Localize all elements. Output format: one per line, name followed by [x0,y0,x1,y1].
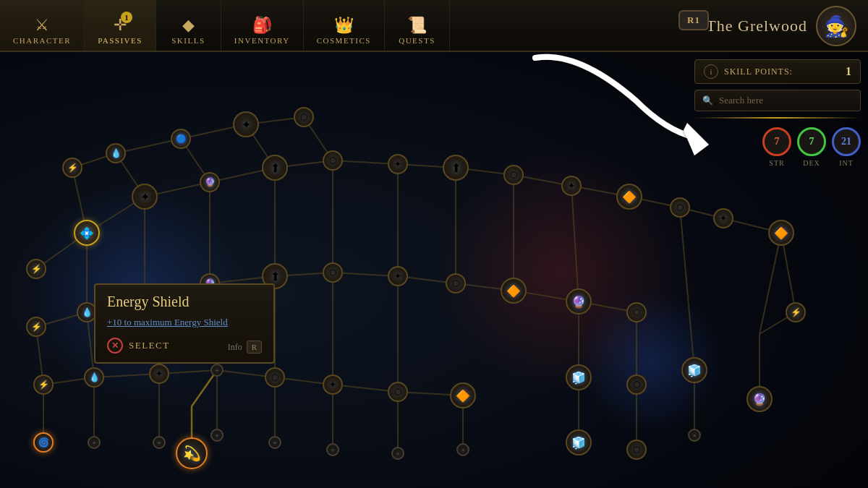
node-33[interactable]: ⬡ [265,367,285,388]
node-connector-7[interactable]: + [391,447,404,460]
svg-line-72 [760,233,781,334]
node-15[interactable]: ✦ [561,176,582,196]
passives-badge: 1 [121,12,132,23]
cosmetics-icon: 👑 [334,16,354,35]
node-connector-1[interactable]: + [210,364,224,377]
skill-points-value: 1 [846,65,851,78]
str-label: STR [769,159,784,167]
int-label: INT [839,159,854,167]
nav-skills-label: Skills [171,36,205,45]
node-14[interactable]: ⬡ [503,165,524,185]
node-38[interactable]: ⬡ [626,374,647,395]
stats-row: 7 STR 7 DEX 21 INT [694,127,861,167]
r1-button[interactable]: R1 [678,10,709,30]
node-12[interactable]: ✦ [388,154,408,174]
nav-quests[interactable]: 📜 Quests [385,0,450,51]
node-16[interactable]: 🔶 [616,184,642,210]
svg-line-63 [680,207,694,370]
node-27[interactable]: 🔮 [566,288,592,314]
node-13[interactable]: ⬆ [443,155,469,181]
search-input[interactable] [719,95,853,106]
info-hint: Info R [228,341,262,354]
select-label[interactable]: Select [129,340,170,351]
node-10[interactable]: ⬆ [262,155,288,181]
node-6[interactable]: ⚡ [26,259,46,279]
r-key: R [247,341,262,354]
node-8[interactable]: ✦ [132,184,158,210]
node-2[interactable]: 💧 [106,143,126,163]
node-top-right[interactable]: ⚡ [786,302,806,322]
skills-icon: ◆ [182,16,195,35]
tooltip-title: Energy Shield [107,294,262,310]
node-25[interactable]: ⬡ [446,273,466,294]
node-active-large[interactable]: 💫 [176,437,208,469]
node-31[interactable]: 💧 [84,367,104,388]
nav-inventory[interactable]: 🎒 Inventory [221,0,304,51]
search-underline [694,117,861,119]
top-right-area: The Grelwood 🧙 [706,0,868,52]
node-35[interactable]: ⬡ [388,382,408,402]
int-ring[interactable]: 21 [832,127,861,156]
stat-str: 7 STR [762,127,791,167]
stat-dex: 7 DEX [797,127,826,167]
nav-skills[interactable]: ◆ Skills [156,0,221,51]
node-connector-2[interactable]: + [88,436,101,449]
character-icon: ⚔ [35,16,49,35]
node-bottom-right-1[interactable]: 🧊 [566,429,592,455]
node-29[interactable]: 🧊 [681,357,707,383]
nav-passives-label: Passives [98,36,142,45]
info-hint-label: Info [228,342,242,353]
node-connector-6[interactable]: + [326,443,339,456]
nav-passives[interactable]: ✛ 1 Passives [85,0,156,51]
node-connector-3[interactable]: + [153,436,166,449]
node-24[interactable]: ✦ [388,266,408,286]
dex-label: DEX [803,159,820,167]
node-30[interactable]: ⚡ [33,374,54,395]
nav-character[interactable]: ⚔ Character [0,0,85,51]
node-connector-right[interactable]: + [688,429,701,442]
node-mid-right[interactable]: ✦ [713,208,733,228]
nav-quests-label: Quests [399,36,435,45]
node-9[interactable]: 🔮 [200,172,220,192]
skill-points-label: Skill Points: [724,67,846,77]
skill-points-bar: i Skill Points: 1 [694,59,861,84]
node-7[interactable]: 💠 [74,220,100,246]
node-17[interactable]: ⬡ [670,197,690,218]
tooltip-description: +10 to maximum Energy Shield [107,316,262,329]
node-1[interactable]: ⚡ [62,158,82,178]
nav-cosmetics[interactable]: 👑 Cosmetics [304,0,385,51]
node-28[interactable]: ⬡ [626,302,647,322]
node-connector-8[interactable]: + [456,443,469,456]
node-3[interactable]: 🔵 [171,129,191,149]
node-23[interactable]: ⬡ [323,262,343,283]
search-bar[interactable]: 🔍 [694,90,861,111]
nav-character-label: Character [13,36,71,45]
inventory-icon: 🎒 [252,16,272,35]
node-mid-right-2[interactable]: 🔶 [768,220,794,246]
skill-tooltip: Energy Shield +10 to maximum Energy Shie… [94,283,275,364]
node-far-right[interactable]: 🔮 [746,386,773,412]
node-34[interactable]: ✦ [323,374,343,395]
node-32[interactable]: ✦ [149,364,169,384]
stat-int: 21 INT [832,127,861,167]
node-26[interactable]: 🔶 [501,278,527,304]
svg-line-39 [571,186,579,301]
str-ring[interactable]: 7 [762,127,791,156]
node-36[interactable]: 🔶 [450,382,476,408]
location-name: The Grelwood [706,17,807,35]
node-bottom-right-2[interactable]: ⬡ [626,440,647,460]
node-4[interactable]: ✦ [233,111,259,137]
info-icon[interactable]: i [704,64,718,79]
right-panel: i Skill Points: 1 🔍 7 STR 7 DEX 21 INT [694,59,861,167]
node-connector-5[interactable]: + [268,436,281,449]
node-37[interactable]: 🧊 [566,364,592,390]
node-18[interactable]: ⚡ [26,317,46,337]
node-bottom-1[interactable]: 🌀 [33,432,54,453]
node-5[interactable]: ⬡ [294,107,314,127]
search-icon: 🔍 [702,95,713,106]
node-11[interactable]: ⬡ [323,150,343,171]
passives-icon: ✛ 1 [114,16,127,35]
dex-ring[interactable]: 7 [797,127,826,156]
node-connector-4[interactable]: + [210,429,224,442]
nav-cosmetics-label: Cosmetics [317,36,371,45]
